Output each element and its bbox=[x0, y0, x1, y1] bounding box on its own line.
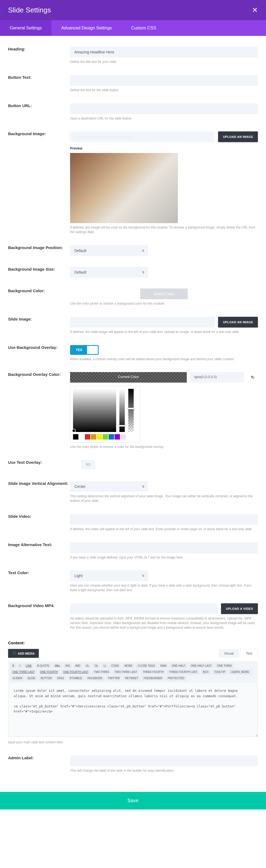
text-color-select[interactable]: Light bbox=[70, 570, 148, 581]
text-overlay-label: Use Text Overlay: bbox=[8, 460, 70, 470]
toolbar-two-third-last[interactable]: TWO THIRD LAST bbox=[112, 670, 139, 675]
bg-color-help: Use the color picker to choose a backgro… bbox=[70, 301, 258, 306]
reset-color-icon[interactable]: ↻ bbox=[247, 372, 258, 382]
alt-text-input[interactable] bbox=[70, 542, 258, 553]
toolbar-three-fourth[interactable]: THREE FOURTH bbox=[140, 670, 166, 675]
slide-video-input[interactable] bbox=[70, 514, 258, 525]
toolbar-ul[interactable]: UL bbox=[84, 663, 91, 668]
color-swatch[interactable] bbox=[103, 434, 108, 439]
content-label: Content: bbox=[8, 641, 258, 645]
toolbar-tooltip[interactable]: TOOLTIP bbox=[212, 670, 228, 675]
vert-align-select[interactable]: Center bbox=[70, 481, 148, 492]
toolbar-img[interactable]: IMG bbox=[73, 663, 82, 668]
toolbar-li[interactable]: LI bbox=[101, 663, 108, 668]
toolbar-protected[interactable]: PROTECTED bbox=[165, 676, 187, 681]
upload-image-button[interactable]: UPLOAD AN IMAGE bbox=[218, 131, 258, 142]
admin-label-help: This will change the label of the slide … bbox=[70, 769, 258, 773]
tabs: General Settings Advanced Design Setting… bbox=[0, 20, 266, 36]
content-help: Input your main slide text content here. bbox=[8, 740, 258, 745]
saturation-picker[interactable] bbox=[73, 389, 116, 432]
color-swatch[interactable] bbox=[114, 434, 120, 439]
close-icon[interactable]: ✕ bbox=[252, 6, 258, 14]
text-overlay-toggle[interactable]: NO bbox=[70, 460, 95, 469]
select-color-button[interactable]: Select Color bbox=[140, 288, 188, 299]
add-media-button[interactable]: 🎵 ADD MEDIA bbox=[8, 649, 39, 658]
toolbar-three-fourth-last[interactable]: THREE FOURTH LAST bbox=[167, 670, 200, 675]
bg-color-label: Background Color: bbox=[8, 288, 70, 306]
slide-image-input[interactable] bbox=[70, 317, 215, 328]
toolbar-b-quote[interactable]: B-QUOTE bbox=[35, 663, 52, 668]
toolbar-button[interactable]: BUTTON bbox=[38, 676, 54, 681]
toolbar-i[interactable]: I bbox=[18, 663, 23, 668]
bg-size-select[interactable]: Default bbox=[70, 267, 148, 278]
use-overlay-label: Use Background Overlay: bbox=[8, 345, 70, 362]
slide-image-help: If defined, this slide image will appear… bbox=[70, 330, 258, 334]
current-color-display[interactable]: Current Color bbox=[70, 372, 187, 382]
toolbar-retweet[interactable]: RETWEET bbox=[123, 676, 140, 681]
color-swatch[interactable] bbox=[91, 434, 96, 439]
text-tab[interactable]: Text bbox=[240, 649, 258, 657]
use-overlay-toggle[interactable]: YES bbox=[70, 345, 99, 355]
color-swatch[interactable] bbox=[73, 434, 78, 439]
toolbar-ins[interactable]: INS bbox=[63, 663, 72, 668]
alt-text-help: If you have a slide image defined, input… bbox=[70, 555, 258, 560]
color-value-input[interactable]: rgba(0,0,0,0.5) bbox=[190, 372, 244, 382]
upload-slide-image-button[interactable]: UPLOAD AN IMAGE bbox=[218, 317, 258, 328]
toolbar-code[interactable]: CODE bbox=[109, 663, 121, 668]
tab-css[interactable]: Custom CSS bbox=[122, 20, 166, 36]
toolbar-digg[interactable]: DIGG bbox=[55, 676, 66, 681]
button-url-help: Input a destination URL for the slide bu… bbox=[70, 116, 258, 121]
use-overlay-help: When enabled, a custom overlay color wil… bbox=[70, 357, 258, 362]
toolbar-b[interactable]: B bbox=[10, 663, 16, 668]
toolbar-one-third[interactable]: ONE THIRD bbox=[215, 663, 234, 668]
toolbar-slide[interactable]: SLIDE bbox=[25, 676, 37, 681]
upload-video-button[interactable]: UPLOAD A VIDEO bbox=[221, 603, 258, 614]
toolbar-one-half[interactable]: ONE HALF bbox=[170, 663, 188, 668]
admin-label-input[interactable] bbox=[70, 755, 258, 766]
toolbar-stumble[interactable]: STUMBLE bbox=[67, 676, 85, 681]
toolbar-raw[interactable]: RAW bbox=[158, 663, 169, 668]
hue-slider[interactable] bbox=[120, 389, 125, 432]
alpha-slider[interactable] bbox=[128, 389, 134, 432]
heading-help: Define the title text for your slide. bbox=[70, 60, 258, 64]
toolbar-del[interactable]: DEL bbox=[53, 663, 62, 668]
toolbar-two-third[interactable]: TWO THIRD bbox=[92, 670, 111, 675]
slide-video-help: If defined, this video will appear to th… bbox=[70, 527, 258, 531]
toolbar-link[interactable]: LINK bbox=[24, 663, 34, 668]
tab-advanced[interactable]: Advanced Design Settings bbox=[52, 20, 122, 36]
toolbar-learn-more[interactable]: LEARN_MORE bbox=[229, 670, 252, 675]
heading-input[interactable] bbox=[70, 47, 258, 58]
color-picker bbox=[70, 386, 140, 442]
bg-video-label: Background Video MP4: bbox=[8, 603, 70, 630]
toolbar-close-tags[interactable]: CLOSE TAGS bbox=[136, 663, 157, 668]
content-textarea[interactable] bbox=[8, 683, 258, 737]
toolbar-more[interactable]: MORE bbox=[122, 663, 135, 668]
media-icon: 🎵 bbox=[12, 652, 16, 655]
color-swatch-transparent[interactable] bbox=[121, 434, 126, 439]
toolbar-slider[interactable]: SLIDER bbox=[10, 676, 24, 681]
toolbar-one-third-last[interactable]: ONE THIRD LAST bbox=[10, 670, 37, 675]
bg-image-input[interactable] bbox=[70, 131, 215, 142]
visual-tab[interactable]: Visual bbox=[219, 649, 239, 657]
button-url-input[interactable] bbox=[70, 103, 258, 114]
save-button[interactable]: Save bbox=[0, 792, 266, 809]
color-swatch[interactable] bbox=[85, 434, 90, 439]
tab-general[interactable]: General Settings bbox=[0, 20, 52, 36]
slide-video-label: Slide Video: bbox=[8, 514, 70, 531]
overlay-color-help: Use the color picker to choose a color f… bbox=[70, 445, 258, 449]
toolbar-feedburner[interactable]: FEEDBURNER bbox=[141, 676, 164, 681]
button-text-input[interactable] bbox=[70, 75, 258, 86]
bg-pos-select[interactable]: Default bbox=[70, 245, 148, 256]
toolbar-box[interactable]: BOX bbox=[201, 670, 211, 675]
toolbar-twitter[interactable]: TWITTER bbox=[106, 676, 122, 681]
toolbar-facebook[interactable]: FACEBOOK bbox=[86, 676, 105, 681]
text-color-label: Text Color: bbox=[8, 570, 70, 592]
toolbar-one-half-last[interactable]: ONE HALF LAST bbox=[189, 663, 214, 668]
color-swatch[interactable] bbox=[109, 434, 114, 439]
toolbar-one-fourth[interactable]: ONE FOURTH bbox=[38, 670, 60, 675]
color-swatch[interactable] bbox=[97, 434, 102, 439]
bg-video-input[interactable] bbox=[70, 603, 218, 614]
color-swatch[interactable] bbox=[79, 434, 85, 439]
toolbar-one-fourth-last[interactable]: ONE FOURTH LAST bbox=[61, 670, 91, 675]
toolbar-ol[interactable]: OL bbox=[93, 663, 100, 668]
